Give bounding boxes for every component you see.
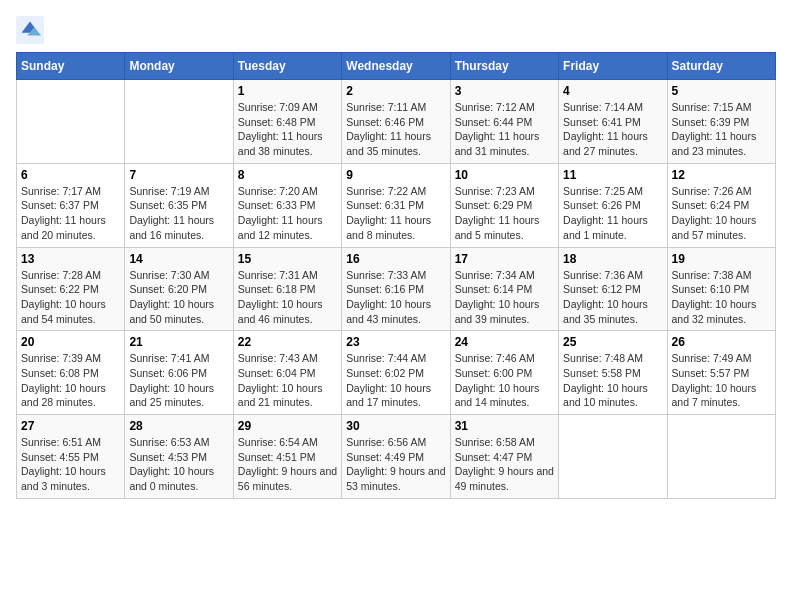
day-info: Sunrise: 6:58 AM Sunset: 4:47 PM Dayligh…: [455, 435, 554, 494]
day-number: 17: [455, 252, 554, 266]
day-cell: [17, 80, 125, 164]
day-number: 27: [21, 419, 120, 433]
day-info: Sunrise: 6:54 AM Sunset: 4:51 PM Dayligh…: [238, 435, 337, 494]
day-info: Sunrise: 7:41 AM Sunset: 6:06 PM Dayligh…: [129, 351, 228, 410]
day-info: Sunrise: 6:51 AM Sunset: 4:55 PM Dayligh…: [21, 435, 120, 494]
week-row-1: 1Sunrise: 7:09 AM Sunset: 6:48 PM Daylig…: [17, 80, 776, 164]
day-cell: 29Sunrise: 6:54 AM Sunset: 4:51 PM Dayli…: [233, 415, 341, 499]
day-number: 14: [129, 252, 228, 266]
day-cell: 8Sunrise: 7:20 AM Sunset: 6:33 PM Daylig…: [233, 163, 341, 247]
day-info: Sunrise: 7:30 AM Sunset: 6:20 PM Dayligh…: [129, 268, 228, 327]
day-number: 30: [346, 419, 445, 433]
day-number: 3: [455, 84, 554, 98]
day-cell: [667, 415, 775, 499]
day-info: Sunrise: 7:14 AM Sunset: 6:41 PM Dayligh…: [563, 100, 662, 159]
day-number: 6: [21, 168, 120, 182]
day-header-thursday: Thursday: [450, 53, 558, 80]
day-cell: 7Sunrise: 7:19 AM Sunset: 6:35 PM Daylig…: [125, 163, 233, 247]
day-number: 13: [21, 252, 120, 266]
day-number: 8: [238, 168, 337, 182]
week-row-5: 27Sunrise: 6:51 AM Sunset: 4:55 PM Dayli…: [17, 415, 776, 499]
day-info: Sunrise: 7:17 AM Sunset: 6:37 PM Dayligh…: [21, 184, 120, 243]
day-number: 16: [346, 252, 445, 266]
day-cell: 19Sunrise: 7:38 AM Sunset: 6:10 PM Dayli…: [667, 247, 775, 331]
days-header-row: SundayMondayTuesdayWednesdayThursdayFrid…: [17, 53, 776, 80]
day-cell: 23Sunrise: 7:44 AM Sunset: 6:02 PM Dayli…: [342, 331, 450, 415]
day-info: Sunrise: 7:43 AM Sunset: 6:04 PM Dayligh…: [238, 351, 337, 410]
day-info: Sunrise: 7:46 AM Sunset: 6:00 PM Dayligh…: [455, 351, 554, 410]
day-number: 5: [672, 84, 771, 98]
day-number: 31: [455, 419, 554, 433]
day-info: Sunrise: 7:22 AM Sunset: 6:31 PM Dayligh…: [346, 184, 445, 243]
day-info: Sunrise: 7:09 AM Sunset: 6:48 PM Dayligh…: [238, 100, 337, 159]
day-number: 1: [238, 84, 337, 98]
day-cell: 14Sunrise: 7:30 AM Sunset: 6:20 PM Dayli…: [125, 247, 233, 331]
day-number: 18: [563, 252, 662, 266]
day-cell: 28Sunrise: 6:53 AM Sunset: 4:53 PM Dayli…: [125, 415, 233, 499]
day-number: 22: [238, 335, 337, 349]
calendar-table: SundayMondayTuesdayWednesdayThursdayFrid…: [16, 52, 776, 499]
day-info: Sunrise: 7:20 AM Sunset: 6:33 PM Dayligh…: [238, 184, 337, 243]
day-cell: 31Sunrise: 6:58 AM Sunset: 4:47 PM Dayli…: [450, 415, 558, 499]
day-number: 11: [563, 168, 662, 182]
day-cell: 6Sunrise: 7:17 AM Sunset: 6:37 PM Daylig…: [17, 163, 125, 247]
day-header-saturday: Saturday: [667, 53, 775, 80]
week-row-4: 20Sunrise: 7:39 AM Sunset: 6:08 PM Dayli…: [17, 331, 776, 415]
day-header-wednesday: Wednesday: [342, 53, 450, 80]
day-cell: 5Sunrise: 7:15 AM Sunset: 6:39 PM Daylig…: [667, 80, 775, 164]
day-info: Sunrise: 7:31 AM Sunset: 6:18 PM Dayligh…: [238, 268, 337, 327]
day-header-monday: Monday: [125, 53, 233, 80]
day-cell: 2Sunrise: 7:11 AM Sunset: 6:46 PM Daylig…: [342, 80, 450, 164]
day-number: 20: [21, 335, 120, 349]
day-header-friday: Friday: [559, 53, 667, 80]
day-cell: 18Sunrise: 7:36 AM Sunset: 6:12 PM Dayli…: [559, 247, 667, 331]
day-info: Sunrise: 7:11 AM Sunset: 6:46 PM Dayligh…: [346, 100, 445, 159]
day-cell: 11Sunrise: 7:25 AM Sunset: 6:26 PM Dayli…: [559, 163, 667, 247]
day-number: 9: [346, 168, 445, 182]
day-info: Sunrise: 7:44 AM Sunset: 6:02 PM Dayligh…: [346, 351, 445, 410]
day-cell: 1Sunrise: 7:09 AM Sunset: 6:48 PM Daylig…: [233, 80, 341, 164]
day-cell: 25Sunrise: 7:48 AM Sunset: 5:58 PM Dayli…: [559, 331, 667, 415]
day-number: 15: [238, 252, 337, 266]
day-cell: 15Sunrise: 7:31 AM Sunset: 6:18 PM Dayli…: [233, 247, 341, 331]
week-row-3: 13Sunrise: 7:28 AM Sunset: 6:22 PM Dayli…: [17, 247, 776, 331]
day-info: Sunrise: 7:23 AM Sunset: 6:29 PM Dayligh…: [455, 184, 554, 243]
day-info: Sunrise: 7:28 AM Sunset: 6:22 PM Dayligh…: [21, 268, 120, 327]
day-info: Sunrise: 7:12 AM Sunset: 6:44 PM Dayligh…: [455, 100, 554, 159]
header: [16, 16, 776, 44]
day-cell: 22Sunrise: 7:43 AM Sunset: 6:04 PM Dayli…: [233, 331, 341, 415]
day-number: 2: [346, 84, 445, 98]
day-info: Sunrise: 7:38 AM Sunset: 6:10 PM Dayligh…: [672, 268, 771, 327]
day-info: Sunrise: 7:34 AM Sunset: 6:14 PM Dayligh…: [455, 268, 554, 327]
day-info: Sunrise: 7:33 AM Sunset: 6:16 PM Dayligh…: [346, 268, 445, 327]
logo-icon: [16, 16, 44, 44]
day-cell: 24Sunrise: 7:46 AM Sunset: 6:00 PM Dayli…: [450, 331, 558, 415]
day-number: 29: [238, 419, 337, 433]
day-header-tuesday: Tuesday: [233, 53, 341, 80]
day-info: Sunrise: 7:39 AM Sunset: 6:08 PM Dayligh…: [21, 351, 120, 410]
day-info: Sunrise: 7:49 AM Sunset: 5:57 PM Dayligh…: [672, 351, 771, 410]
day-cell: 17Sunrise: 7:34 AM Sunset: 6:14 PM Dayli…: [450, 247, 558, 331]
day-number: 4: [563, 84, 662, 98]
day-info: Sunrise: 7:48 AM Sunset: 5:58 PM Dayligh…: [563, 351, 662, 410]
day-header-sunday: Sunday: [17, 53, 125, 80]
day-cell: 30Sunrise: 6:56 AM Sunset: 4:49 PM Dayli…: [342, 415, 450, 499]
day-number: 12: [672, 168, 771, 182]
day-info: Sunrise: 7:26 AM Sunset: 6:24 PM Dayligh…: [672, 184, 771, 243]
day-info: Sunrise: 6:53 AM Sunset: 4:53 PM Dayligh…: [129, 435, 228, 494]
day-number: 25: [563, 335, 662, 349]
day-info: Sunrise: 7:36 AM Sunset: 6:12 PM Dayligh…: [563, 268, 662, 327]
week-row-2: 6Sunrise: 7:17 AM Sunset: 6:37 PM Daylig…: [17, 163, 776, 247]
day-cell: 21Sunrise: 7:41 AM Sunset: 6:06 PM Dayli…: [125, 331, 233, 415]
day-cell: 12Sunrise: 7:26 AM Sunset: 6:24 PM Dayli…: [667, 163, 775, 247]
day-cell: 16Sunrise: 7:33 AM Sunset: 6:16 PM Dayli…: [342, 247, 450, 331]
day-cell: 13Sunrise: 7:28 AM Sunset: 6:22 PM Dayli…: [17, 247, 125, 331]
day-cell: 10Sunrise: 7:23 AM Sunset: 6:29 PM Dayli…: [450, 163, 558, 247]
day-number: 7: [129, 168, 228, 182]
day-number: 19: [672, 252, 771, 266]
day-cell: [125, 80, 233, 164]
day-number: 10: [455, 168, 554, 182]
day-cell: [559, 415, 667, 499]
day-number: 23: [346, 335, 445, 349]
day-cell: 20Sunrise: 7:39 AM Sunset: 6:08 PM Dayli…: [17, 331, 125, 415]
